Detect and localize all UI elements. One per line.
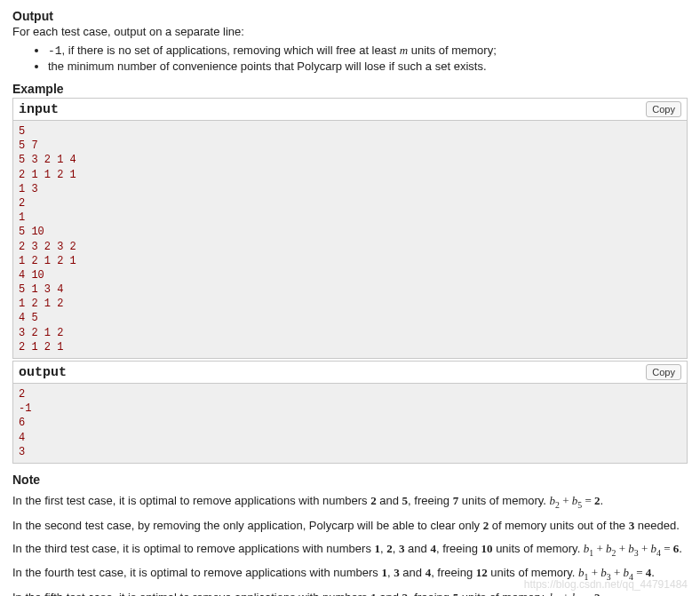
note-heading: Note [12,473,688,487]
note-p1-post: units of memory. [458,494,549,507]
output-bullet-2: the minimum number of convenience points… [48,60,688,73]
note-p2: In the second test case, by removing the… [12,519,688,533]
note-p3-eq: b1 + b2 + b3 + b4 = 6 [584,542,679,555]
note-p5-eq: b1 + b2 = 3 [550,591,601,596]
example-input-body: 5 5 7 5 3 2 1 4 2 1 1 2 1 1 3 2 1 5 10 2… [13,121,687,358]
note-p4-pre: In the fourth test case, it is optimal t… [12,566,381,579]
note-p1-eq: b2 + b5 = 2 [550,494,601,507]
note-p1: In the first test case, it is optimal to… [12,494,688,510]
note-p2-pre: In the second test case, by removing the… [12,519,483,532]
note-p3-pre: In the third test case, it is optimal to… [12,542,375,555]
example-input-header: input Copy [13,99,687,121]
note-p2-post: needed. [634,519,680,532]
example-input-box: input Copy 5 5 7 5 3 2 1 4 2 1 1 2 1 1 3… [12,98,688,359]
output-heading: Output [12,9,688,23]
output-intro: For each test case, output on a separate… [12,25,688,38]
note-p4-eq: b1 + b3 + b4 = 4 [578,566,651,579]
note-p5-pre: In the fifth test case, it is optimal to… [12,591,370,596]
note-p1-mid2: , freeing [408,494,453,507]
note-p3: In the third test case, it is optimal to… [12,542,688,558]
example-output-header: output Copy [13,362,687,384]
output-title: output [19,365,67,380]
note-p5: In the fifth test case, it is optimal to… [12,591,688,596]
output-bullet-1-suffix: units of memory; [408,44,497,57]
var-m: m [400,44,408,57]
note-p4: In the fourth test case, it is optimal t… [12,566,688,582]
example-heading: Example [12,82,688,96]
input-title: input [19,102,59,117]
output-bullet-list: -1, if there is no set of applications, … [12,44,688,73]
example-output-box: output Copy 2 -1 6 4 3 [12,361,688,464]
copy-input-button[interactable]: Copy [646,101,681,117]
output-bullet-1-text: , if there is no set of applications, re… [62,44,400,57]
note-p1-mid1: and [377,494,402,507]
copy-output-button[interactable]: Copy [646,364,681,380]
code-minus-one: -1 [48,44,62,58]
note-p1-pre: In the first test case, it is optimal to… [12,494,370,507]
example-output-body: 2 -1 6 4 3 [13,384,687,463]
note-p1-dot: . [600,494,603,507]
note-p2-mid: of memory units out of the [489,519,629,532]
output-bullet-1: -1, if there is no set of applications, … [48,44,688,58]
